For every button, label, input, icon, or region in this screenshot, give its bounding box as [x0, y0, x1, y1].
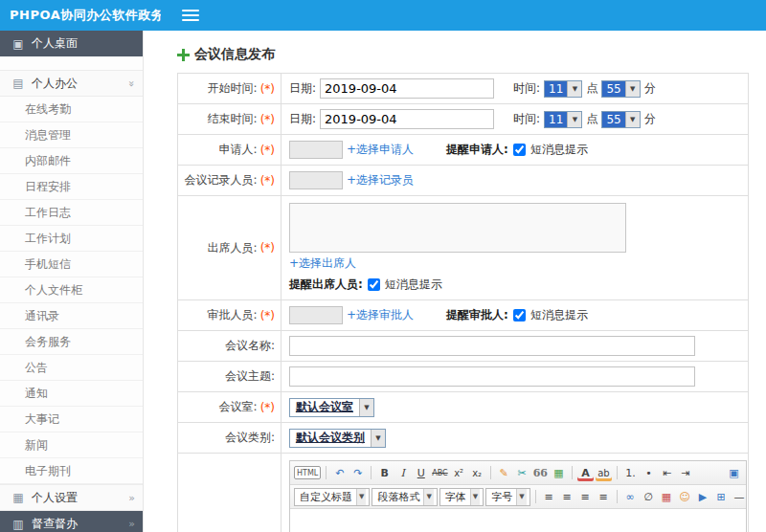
bold-button[interactable]: B — [376, 464, 393, 481]
italic-button[interactable]: I — [394, 464, 411, 481]
sidebar-item-internal-mail[interactable]: 内部邮件 — [0, 148, 143, 174]
field-label: 审批人员: (*) — [178, 300, 281, 330]
media-button[interactable]: ▶ — [695, 488, 711, 505]
field-value: HTML ↶ ↷ B I U ABC x² x₂ ✎ ✂ — [281, 454, 755, 532]
sidebar-item-e-journal[interactable]: 电子期刊 — [0, 458, 143, 484]
underline-button[interactable]: U — [413, 464, 429, 481]
toolbar-divider — [617, 466, 618, 479]
link-button[interactable]: ∞ — [622, 488, 639, 505]
form-row-attendees: 出席人员: (*) +选择出席人 提醒出席人员: 短消息提示 — [178, 196, 748, 300]
chevron-down-icon: ▼ — [356, 489, 366, 505]
sidebar-item-meeting-service[interactable]: 会务服务 — [0, 329, 143, 355]
align-right-button[interactable]: ≡ — [577, 488, 594, 505]
end-hour-select[interactable]: 11 ▼ — [544, 111, 582, 128]
align-left-button[interactable]: ≡ — [541, 488, 557, 505]
redo-button[interactable]: ↷ — [349, 464, 366, 481]
end-date-input[interactable] — [320, 109, 494, 129]
font-family-select[interactable]: 字体 ▼ — [439, 488, 484, 506]
approver-input[interactable] — [289, 306, 343, 324]
label-text: 会议室: — [219, 399, 258, 415]
start-minute-select[interactable]: 55 ▼ — [601, 80, 640, 98]
fullscreen-button[interactable]: ▣ — [726, 464, 742, 481]
recorder-input[interactable] — [289, 171, 343, 189]
unlink-button[interactable]: ∅ — [641, 488, 657, 505]
toolbar-divider — [572, 466, 573, 479]
strikethrough-button[interactable]: ABC — [431, 464, 448, 481]
pick-approver-link[interactable]: +选择审批人 — [347, 307, 414, 323]
image-button[interactable]: ▦ — [659, 488, 675, 505]
remove-format-button[interactable]: ✂ — [514, 464, 530, 481]
form-row-end-time: 结束时间: (*) 日期: 时间: 11 ▼ 点 55 ▼ 分 — [178, 104, 748, 135]
field-label: 会议名称: — [178, 331, 281, 361]
hr-button[interactable]: — — [732, 488, 746, 505]
paragraph-format-select[interactable]: 段落格式 ▼ — [372, 488, 437, 506]
applicant-sms-checkbox[interactable] — [513, 144, 526, 156]
applicant-input[interactable] — [289, 141, 343, 159]
pick-attendees-link[interactable]: +选择出席人 — [289, 255, 356, 272]
meeting-room-select[interactable]: 默认会议室 ▼ — [289, 398, 374, 417]
field-value — [281, 331, 748, 361]
sidebar-item-contacts[interactable]: 通讯录 — [0, 303, 143, 329]
font-color-button[interactable]: A — [577, 464, 594, 481]
font-size-select[interactable]: 字号 ▼ — [485, 488, 529, 506]
unordered-list-button[interactable]: • — [641, 464, 657, 481]
sidebar-section-supervision[interactable]: ▥ 督查督办 » — [0, 511, 143, 532]
sidebar-item-events[interactable]: 大事记 — [0, 407, 143, 432]
page-title: 会议信息发布 — [177, 46, 766, 63]
table-button[interactable]: ⊞ — [713, 488, 730, 505]
sidebar-item-file-cabinet[interactable]: 个人文件柜 — [0, 277, 143, 303]
field-label: 出席人员: (*) — [178, 196, 281, 299]
meeting-category-select[interactable]: 默认会议类别 ▼ — [289, 429, 386, 448]
pick-recorder-link[interactable]: +选择记录员 — [347, 172, 414, 188]
end-minute-select[interactable]: 55 ▼ — [601, 111, 640, 128]
heading-select[interactable]: 自定义标题 ▼ — [294, 488, 370, 506]
ordered-list-button[interactable]: 1. — [622, 464, 639, 481]
meeting-name-input[interactable] — [289, 336, 695, 356]
pick-applicant-link[interactable]: +选择申请人 — [347, 142, 414, 158]
start-hour-select[interactable]: 11 ▼ — [544, 80, 582, 98]
editor-content-area[interactable] — [290, 509, 746, 532]
sidebar-item-desktop[interactable]: ▣ 个人桌面 — [0, 31, 143, 56]
sidebar-item-schedule[interactable]: 日程安排 — [0, 174, 143, 200]
sidebar-item-sms[interactable]: 手机短信 — [0, 252, 143, 277]
indent-button[interactable]: ⇥ — [677, 464, 693, 481]
attendees-sms-checkbox[interactable] — [368, 278, 380, 291]
align-center-button[interactable]: ≡ — [559, 488, 575, 505]
start-date-input[interactable] — [320, 78, 494, 99]
insert-date-button[interactable]: ▦ — [551, 464, 567, 481]
emoticon-button[interactable]: ☺ — [677, 488, 693, 505]
sidebar-item-notice[interactable]: 通知 — [0, 381, 143, 407]
sidebar-item-messages[interactable]: 消息管理 — [0, 122, 143, 148]
required-mark: (*) — [260, 144, 275, 157]
hamburger-menu-icon[interactable] — [182, 10, 199, 21]
required-mark: (*) — [260, 82, 275, 96]
undo-button[interactable]: ↶ — [331, 464, 348, 481]
html-source-button[interactable]: HTML — [294, 466, 321, 479]
editor-toolbar-row2: 自定义标题 ▼ 段落格式 ▼ 字体 ▼ 字号 ▼ — [290, 485, 746, 509]
toolbar-divider — [326, 466, 327, 479]
outdent-button[interactable]: ⇤ — [659, 464, 675, 481]
blockquote-button[interactable]: 66 — [532, 464, 549, 481]
sidebar-section-personal-settings[interactable]: ▦ 个人设置 » — [0, 484, 143, 511]
format-painter-button[interactable]: ✎ — [496, 464, 512, 481]
form-row-recorder: 会议记录人员: (*) +选择记录员 — [178, 166, 748, 196]
subscript-button[interactable]: x₂ — [469, 464, 485, 481]
sidebar-item-announcement[interactable]: 公告 — [0, 355, 143, 381]
meeting-subject-input[interactable] — [289, 366, 695, 387]
field-label: 会议主题: — [178, 362, 281, 391]
sidebar-item-work-log[interactable]: 工作日志 — [0, 200, 143, 226]
selected-room: 默认会议室 — [290, 399, 359, 416]
align-justify-button[interactable]: ≡ — [596, 488, 612, 505]
superscript-button[interactable]: x² — [451, 464, 467, 481]
selected-category: 默认会议类别 — [290, 430, 371, 447]
sidebar-item-attendance[interactable]: 在线考勤 — [0, 97, 143, 122]
chevron-right-icon: » — [128, 518, 135, 530]
form-row-approver: 审批人员: (*) +选择审批人 提醒审批人: 短消息提示 — [178, 300, 748, 331]
highlight-color-button[interactable]: ab — [596, 464, 612, 481]
attendees-textarea[interactable] — [289, 203, 626, 253]
meeting-form: 开始时间: (*) 日期: 时间: 11 ▼ 点 55 ▼ 分 — [177, 73, 749, 532]
sidebar-item-news[interactable]: 新闻 — [0, 432, 143, 458]
sidebar-item-work-plan[interactable]: 工作计划 — [0, 226, 143, 252]
approver-sms-checkbox[interactable] — [513, 309, 526, 321]
sidebar-section-personal-office[interactable]: ▤ 个人办公 » — [0, 70, 143, 97]
